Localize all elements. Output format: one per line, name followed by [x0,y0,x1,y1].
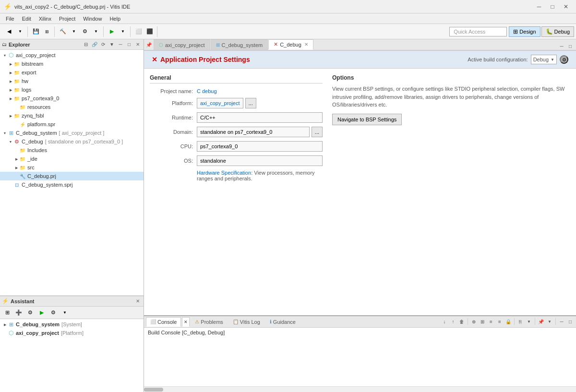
expand-export[interactable] [8,70,13,75]
menu-help[interactable]: Help [106,15,124,23]
console-maximize-btn[interactable]: □ [566,318,574,326]
domain-input[interactable] [197,127,310,137]
tab-c-debug[interactable]: ✕ C_debug ✕ [268,39,313,50]
console-pin-btn[interactable]: 📌 [537,318,545,326]
runtime-input[interactable] [197,112,323,123]
console-tab-vitis-log[interactable]: 📋 Vitis Log [228,317,264,327]
project-name-link[interactable]: C debug [197,88,217,94]
console-tab-close[interactable]: ✕ [182,317,190,327]
bsp-settings-btn[interactable]: Navigate to BSP Settings [332,114,402,125]
toolbar-save-all-btn[interactable]: ⊞ [42,26,52,37]
tree-item-c-debug-system[interactable]: ⊞ C_debug_system [ axi_copy_project ] [0,129,144,137]
explorer-sync-btn[interactable]: ⟳ [99,41,107,48]
tree-item-ps7[interactable]: 📁 ps7_cortexa9_0 [0,94,144,103]
quick-access-box[interactable]: Quick Access [449,27,507,36]
tree-item-ide[interactable]: 📁 _ide [0,154,144,163]
expand-src[interactable] [13,165,19,170]
toolbar-hammer-dropdown-btn[interactable]: ▼ [69,26,79,37]
toolbar-settings-btn[interactable]: ⚙ [80,26,90,37]
tree-item-resources[interactable]: 📁 resources [0,103,144,111]
console-pin-dropdown-btn[interactable]: ▼ [546,318,553,326]
expand-bitstream[interactable] [8,61,13,67]
toolbar-btn1[interactable]: ⬜ [133,26,144,37]
tree-item-includes[interactable]: 📁 Includes [0,146,144,154]
expand-axi-copy-project[interactable] [2,52,8,58]
tab-c-debug-system[interactable]: ⊞ C_debug_system [211,39,268,50]
explorer-close-btn[interactable]: ✕ [134,41,142,48]
tree-item-export[interactable]: 📁 export [0,68,144,77]
tree-item-zynq[interactable]: 📁 zynq_fsbl [0,111,144,120]
tab-axi-copy-project[interactable]: ⬡ axi_copy_project [154,39,210,50]
tree-item-logs[interactable]: 📁 logs [0,85,144,94]
tree-item-src[interactable]: 📁 src [0,163,144,172]
console-close-icon[interactable]: ✕ [184,320,188,324]
menu-edit[interactable]: Edit [18,15,35,23]
expand-ide[interactable] [13,156,19,162]
toolbar-save-btn[interactable]: 💾 [31,26,41,37]
platform-link[interactable]: axi_copy_project [197,98,243,108]
expand-zynq[interactable] [8,113,13,119]
tree-item-axi-copy-project[interactable]: ⬡ axi_copy_project [0,51,144,59]
expand-assistant-c-debug-system[interactable] [2,321,8,327]
explorer-link-btn[interactable]: 🔗 [91,41,98,48]
tree-item-c-debug-prj[interactable]: 🔧 C_debug.prj [0,172,144,180]
menu-file[interactable]: File [2,15,18,23]
console-clear-btn[interactable]: 🗑 [458,318,466,326]
console-open-dropdown-btn[interactable]: ▼ [525,318,533,326]
console-tab-guidance[interactable]: ℹ Guidance [265,317,300,327]
console-open-btn[interactable]: ⎘ [516,318,524,326]
scrollbar-thumb[interactable] [144,388,163,392]
minimize-button[interactable]: ─ [533,2,545,12]
toolbar-run-btn[interactable]: ▶ [107,26,117,37]
settings-gear-btn[interactable]: ⚙ [560,55,568,64]
console-btn4[interactable]: ≡ [496,318,504,326]
expand-c-debug-system[interactable] [2,130,8,136]
console-up-btn[interactable]: ↑ [449,318,457,326]
design-button[interactable]: ⊞ Design [509,26,540,37]
tree-item-c-debug[interactable]: ⚙ C_debug [ standalone on ps7_cortexa9_0… [0,137,144,146]
console-down-btn[interactable]: ↓ [441,318,448,326]
toolbar-dropdown-btn[interactable]: ▼ [15,26,25,37]
explorer-collapse-all-btn[interactable]: ⊟ [82,41,90,48]
close-button[interactable]: ✕ [560,2,572,12]
toolbar-hammer-btn[interactable]: 🔨 [58,26,68,37]
tree-item-bitstream[interactable]: 📁 bitstream [0,59,144,68]
menu-project[interactable]: Project [55,15,79,23]
toolbar-btn2[interactable]: ⬛ [144,26,155,37]
tab-minimize-btn[interactable]: ─ [558,42,565,50]
os-input[interactable] [197,155,323,166]
explorer-menu-btn[interactable]: ▼ [108,41,116,48]
horizontal-scrollbar[interactable] [144,386,576,392]
maximize-button[interactable]: □ [546,2,559,12]
assistant-btn5[interactable]: ⚙ [48,308,59,318]
toolbar-run-dropdown-btn[interactable]: ▼ [118,26,128,37]
assistant-item-c-debug-system[interactable]: ⊞ C_debug_system [System] [0,320,144,329]
console-minimize-btn[interactable]: ─ [558,318,565,326]
tab-pin-btn[interactable]: 📌 [144,42,154,48]
assistant-btn1[interactable]: ⊞ [2,308,12,318]
console-btn3[interactable]: ≡ [487,318,495,326]
console-split-btn[interactable]: ⊞ [479,318,486,326]
hw-spec-link[interactable]: Hardware Specification [197,170,251,176]
domain-browse-btn[interactable]: ... [312,127,323,137]
tree-item-c-debug-system-sprj[interactable]: ⊡ C_debug_system.sprj [0,180,144,189]
assistant-item-axi-copy-project[interactable]: ⬡ axi_copy_project [Platform] [0,329,144,337]
explorer-minimize-btn[interactable]: ─ [117,41,124,48]
toolbar-back-btn[interactable]: ◀ [4,26,14,37]
expand-c-debug[interactable] [8,139,13,144]
tab-close-btn[interactable]: ✕ [304,42,308,47]
assistant-btn2[interactable]: ➕ [13,308,24,318]
debug-button[interactable]: 🐛 Debug [541,26,574,37]
toolbar-settings-dropdown-btn[interactable]: ▼ [91,26,101,37]
tab-maximize-btn[interactable]: □ [566,42,574,50]
assistant-btn4[interactable]: ▶ [36,308,47,318]
assistant-menu-btn[interactable]: ▼ [60,308,70,318]
tree-item-platform-spr[interactable]: ⚡ platform.spr [0,120,144,129]
tree-item-hw[interactable]: 📁 hw [0,77,144,85]
expand-hw[interactable] [8,78,13,84]
console-tab-problems[interactable]: ⚠ Problems [191,317,227,327]
config-dropdown[interactable]: Debug ▼ [531,55,557,64]
console-tab-console[interactable]: ⬜ Console [146,317,181,327]
menu-xilinx[interactable]: Xilinx [35,15,55,23]
console-new-btn[interactable]: ⊕ [470,318,478,326]
